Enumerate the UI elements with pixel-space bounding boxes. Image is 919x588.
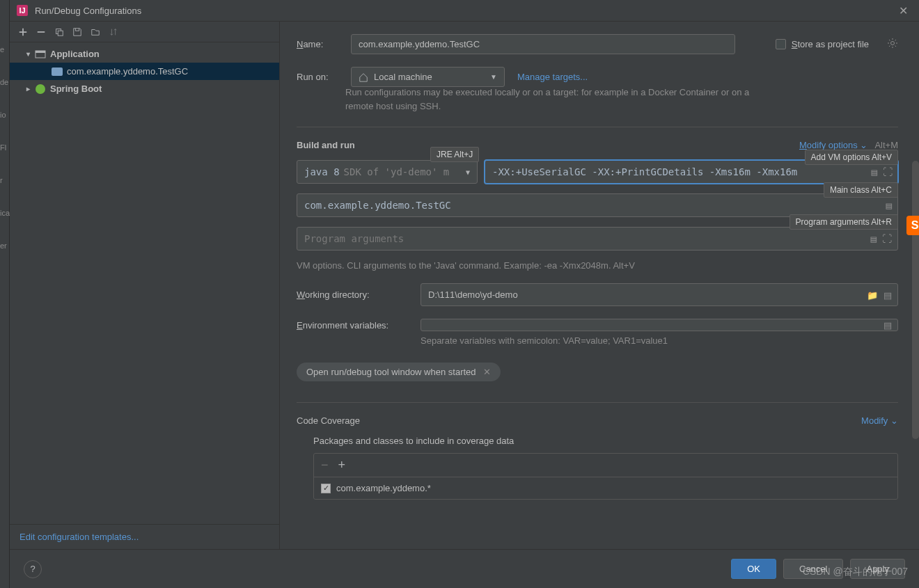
packages-label: Packages and classes to include in cover… (313, 436, 898, 446)
folder-icon[interactable]: 📁 (867, 289, 878, 300)
home-icon (359, 72, 368, 82)
coverage-checkbox[interactable]: ✓ (321, 484, 331, 493)
config-sidebar: ▾ Application com.example.yddemo.TestGC … (10, 22, 280, 549)
dialog-footer: ? OK Cancel Apply (10, 549, 919, 588)
tree-application-label: Application (50, 49, 100, 59)
jre-select[interactable]: java 8 SDK of 'yd-demo' m ▼ (297, 160, 478, 184)
program-args-input[interactable]: Program arguments ▤ ⛶ (297, 227, 898, 251)
build-run-fields: Add VM options Alt+V java 8 SDK of 'yd-d… (297, 160, 898, 251)
list-icon[interactable]: ▤ (883, 320, 892, 331)
name-label: Name: (297, 39, 338, 49)
help-button[interactable]: ? (24, 560, 42, 578)
add-coverage-icon[interactable]: + (338, 458, 346, 472)
coverage-entry: com.example.yddemo.* (336, 483, 431, 493)
coverage-list: ✓ com.example.yddemo.* (314, 477, 897, 499)
list-icon[interactable]: ▤ (886, 200, 892, 211)
coverage-header: Code Coverage Modify ⌄ (297, 415, 898, 426)
working-dir-label: Working directory: (297, 289, 408, 300)
main-class-tooltip: Main class Alt+C (824, 182, 898, 198)
runon-help-text: Run configurations may be executed local… (345, 86, 763, 113)
vertical-scrollbar[interactable] (912, 161, 919, 439)
working-dir-input[interactable]: D:\111\demo\yd-demo 📁 ▤ (421, 283, 898, 306)
sort-config-icon[interactable] (106, 24, 121, 40)
sidebar-toolbar (10, 22, 279, 42)
expand-icon[interactable]: ⛶ (882, 233, 892, 244)
springboot-icon (35, 84, 46, 95)
chip-label: Open run/debug tool window when started (306, 367, 476, 377)
tree-application-group[interactable]: ▾ Application (10, 45, 279, 63)
edit-templates-link[interactable]: Edit configuration templates... (19, 532, 139, 542)
application-icon (35, 49, 46, 60)
manage-targets-link[interactable]: Manage targets... (517, 72, 588, 82)
env-help: Separate variables with semicolon: VAR=v… (421, 335, 898, 346)
list-icon[interactable]: ▤ (871, 233, 877, 244)
main-class-input[interactable]: com.example.yddemo.TestGC ▤ (297, 193, 898, 217)
separator (297, 402, 898, 403)
expand-icon[interactable]: ⛶ (883, 166, 893, 177)
env-input[interactable]: ▤ (421, 319, 898, 331)
tree-item-label: com.example.yddemo.TestGC (67, 66, 188, 77)
env-label: Environment variables: (297, 320, 408, 331)
build-run-header: Build and run JRE Alt+J Modify options ⌄… (297, 140, 898, 150)
save-config-icon[interactable] (70, 24, 85, 40)
add-config-icon[interactable] (15, 24, 31, 40)
chevron-down-icon: ▾ (24, 50, 32, 58)
list-icon[interactable]: ▤ (883, 289, 892, 300)
program-args-placeholder: Program arguments (304, 233, 404, 244)
store-as-project-file[interactable]: Store as project file (776, 39, 869, 49)
class-icon (52, 66, 63, 77)
sogou-badge-icon: S (906, 216, 919, 235)
svg-text:IJ: IJ (19, 6, 25, 15)
coverage-title: Code Coverage (297, 415, 360, 426)
chevron-down-icon: ▼ (466, 168, 470, 176)
cancel-button[interactable]: Cancel (783, 559, 843, 579)
runon-label: Run on: (297, 72, 338, 82)
jre-java-version: java 8 (304, 166, 340, 177)
open-tool-window-chip[interactable]: Open run/debug tool window when started … (297, 363, 501, 381)
name-row: Name: Store as project file (297, 34, 898, 54)
copy-config-icon[interactable] (52, 24, 67, 40)
history-icon[interactable]: ▤ (872, 166, 877, 177)
tree-item-testgc[interactable]: com.example.yddemo.TestGC (10, 63, 279, 80)
chips-row: Open run/debug tool window when started … (297, 363, 898, 381)
working-dir-value: D:\111\demo\yd-demo (428, 289, 518, 300)
coverage-item[interactable]: ✓ com.example.yddemo.* (321, 483, 890, 493)
coverage-modify-link[interactable]: Modify ⌄ (861, 415, 898, 426)
runon-value: Local machine (374, 72, 432, 82)
program-args-tooltip: Program arguments Alt+R (790, 214, 898, 230)
gear-icon[interactable] (887, 38, 898, 51)
apply-button[interactable]: Apply (850, 559, 905, 579)
chip-close-icon[interactable]: ✕ (483, 367, 491, 377)
modify-options-link[interactable]: Modify options ⌄ (799, 140, 867, 150)
tree-springboot-group[interactable]: ▸ Spring Boot (10, 80, 279, 97)
svg-rect-5 (36, 51, 45, 53)
svg-point-7 (36, 84, 45, 94)
config-tree: ▾ Application com.example.yddemo.TestGC … (10, 42, 279, 524)
name-input[interactable] (351, 34, 735, 54)
svg-point-8 (891, 42, 895, 45)
close-icon[interactable]: ✕ (895, 4, 912, 17)
separator (297, 127, 898, 127)
add-vm-tooltip: Add VM options Alt+V (805, 150, 898, 165)
sidebar-footer: Edit configuration templates... (10, 524, 279, 549)
titlebar: IJ Run/Debug Configurations ✕ (10, 0, 919, 21)
chevron-down-icon: ▼ (490, 73, 497, 81)
working-dir-row: Working directory: D:\111\demo\yd-demo 📁… (297, 283, 898, 306)
config-form: Name: Store as project file Run on: Loca… (280, 22, 919, 549)
coverage-toolbar: − + (314, 454, 897, 477)
svg-rect-6 (52, 67, 63, 76)
vm-options-hint: VM options. CLI arguments to the 'Java' … (297, 260, 898, 271)
remove-coverage-icon[interactable]: − (321, 458, 329, 472)
runon-select[interactable]: Local machine ▼ (351, 67, 505, 87)
window-title: Run/Debug Configurations (35, 6, 895, 16)
run-debug-config-dialog: IJ Run/Debug Configurations ✕ ▾ Applicat… (10, 0, 919, 588)
coverage-box: − + ✓ com.example.yddemo.* (313, 453, 898, 500)
chevron-right-icon: ▸ (24, 85, 32, 93)
dialog-content: ▾ Application com.example.yddemo.TestGC … (10, 21, 919, 549)
remove-config-icon[interactable] (33, 24, 49, 40)
folder-config-icon[interactable] (88, 24, 103, 40)
runon-row: Run on: Local machine ▼ Manage targets..… (297, 67, 898, 87)
checkbox-icon[interactable] (776, 39, 786, 49)
ok-button[interactable]: OK (731, 559, 776, 579)
build-run-title: Build and run (297, 140, 355, 150)
